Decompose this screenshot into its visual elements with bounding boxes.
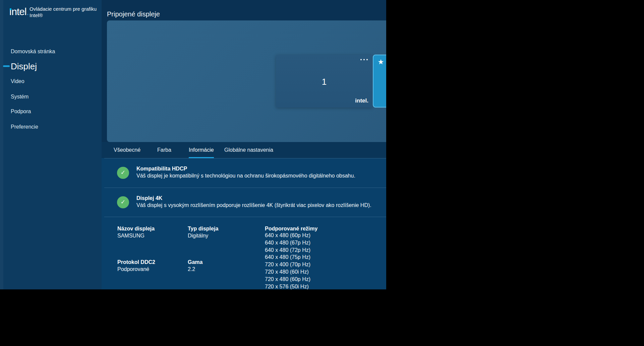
display-name-label: Názov displeja (117, 226, 155, 232)
display-number: 1 (276, 77, 372, 87)
tab-general[interactable]: Všeobecné (114, 142, 140, 158)
sidebar-item-display[interactable]: Displej (11, 61, 37, 72)
mode-item: 720 x 576 (50i Hz) (265, 283, 310, 289)
display-4k-title: Displej 4K (136, 195, 162, 201)
display-4k-status-row: ✓ Displej 4K Váš displej s vysokým rozlí… (102, 188, 386, 217)
mode-item: 640 x 480 (72p Hz) (265, 247, 310, 254)
mode-item: 720 x 480 (60i Hz) (265, 268, 310, 276)
tab-global-settings[interactable]: Globálne nastavenia (224, 142, 273, 158)
app-title: Ovládacie centrum pre grafiku Intel® (30, 6, 100, 18)
mode-item: 640 x 480 (60p Hz) (265, 232, 310, 239)
display-tile-1[interactable]: 1 intel. (276, 55, 372, 108)
star-icon: ★ (373, 58, 386, 66)
sidebar-item-support[interactable]: Podpora (11, 109, 31, 115)
mode-item: 640 x 480 (67p Hz) (265, 239, 310, 247)
sidebar-item-preferences[interactable]: Preferencie (11, 124, 38, 130)
intel-graphics-command-center-window: ıntel. Ovládacie centrum pre grafiku Int… (0, 0, 386, 289)
connected-displays-preview: 1 intel. ★ (107, 20, 386, 142)
check-icon: ✓ (117, 196, 129, 208)
sidebar-item-system[interactable]: Systém (11, 94, 28, 100)
sidebar-item-home[interactable]: Domovská stránka (11, 49, 55, 55)
ddc2-protocol-label: Protokol DDC2 (117, 259, 155, 265)
sidebar-item-video[interactable]: Video (11, 78, 24, 84)
check-icon: ✓ (117, 167, 129, 179)
ellipsis-icon[interactable] (360, 58, 368, 61)
tab-information[interactable]: Informácie (189, 142, 214, 158)
gamma-value: 2.2 (188, 266, 195, 272)
intel-brand-label: intel. (355, 97, 368, 104)
display-tabbar: Všeobecné Farba Informácie Globálne nast… (102, 142, 386, 158)
display-4k-description: Váš displej s vysokým rozlíšením podporu… (136, 202, 371, 208)
display-details: Názov displeja SAMSUNG Typ displeja Digi… (102, 217, 386, 289)
supported-modes-list: 640 x 480 (60p Hz) 640 x 480 (67p Hz) 64… (265, 232, 310, 289)
favorite-display-button[interactable]: ★ (373, 55, 386, 108)
hdcp-description: Váš displej je kompatibilný s technológi… (136, 173, 355, 179)
display-name-value: SAMSUNG (117, 233, 144, 239)
gamma-label: Gama (188, 259, 202, 265)
display-type-value: Digitálny (188, 233, 208, 239)
sidebar: ıntel. Ovládacie centrum pre grafiku Int… (0, 0, 102, 289)
hdcp-status-row: ✓ Kompatibilita HDCP Váš displej je komp… (102, 158, 386, 188)
tab-color[interactable]: Farba (157, 142, 171, 158)
selected-item-indicator (3, 65, 10, 67)
page-title: Pripojené displeje (107, 10, 160, 18)
main-panel: Pripojené displeje 1 intel. ★ Všeobecné … (102, 0, 386, 289)
mode-item: 720 x 400 (70p Hz) (265, 261, 310, 268)
intel-logo: ıntel. (9, 6, 29, 17)
logo-i-dot (10, 8, 11, 10)
app-title-line1: Ovládacie centrum pre grafiku (30, 6, 100, 12)
mode-item: 720 x 480 (60p Hz) (265, 276, 310, 283)
display-type-label: Typ displeja (188, 226, 218, 232)
information-tab-content: ✓ Kompatibilita HDCP Váš displej je komp… (102, 158, 386, 289)
mode-item: 640 x 480 (75p Hz) (265, 254, 310, 261)
hdcp-title: Kompatibilita HDCP (136, 166, 187, 172)
ddc2-protocol-value: Podporované (117, 266, 149, 272)
supported-modes-label: Podporované režimy (265, 226, 317, 232)
app-title-line2: Intel® (30, 12, 100, 18)
